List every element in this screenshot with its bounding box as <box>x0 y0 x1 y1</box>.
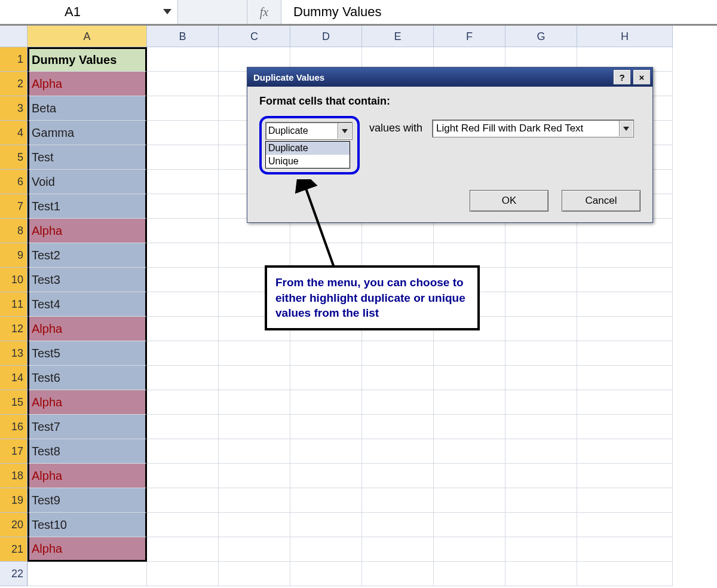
cell-E9[interactable] <box>362 243 434 268</box>
row-header-22[interactable]: 22 <box>0 562 27 586</box>
cell-A2[interactable]: Alpha <box>27 72 147 96</box>
name-box[interactable]: A1 <box>0 0 178 24</box>
cell-G12[interactable] <box>505 317 577 341</box>
cell-A22[interactable] <box>27 562 147 586</box>
cell-C19[interactable] <box>219 488 290 513</box>
cell-B14[interactable] <box>147 366 219 390</box>
cell-B1[interactable] <box>147 47 219 72</box>
cell-A3[interactable]: Beta <box>27 96 147 121</box>
cell-H22[interactable] <box>577 562 673 586</box>
cell-F14[interactable] <box>434 366 505 390</box>
cell-G21[interactable] <box>505 537 577 562</box>
row-header-10[interactable]: 10 <box>0 268 27 292</box>
cell-G11[interactable] <box>505 292 577 317</box>
cell-H14[interactable] <box>577 366 673 390</box>
cell-B19[interactable] <box>147 488 219 513</box>
formula-input[interactable]: Dummy Values <box>281 0 717 24</box>
format-dropdown[interactable]: Light Red Fill with Dark Red Text <box>432 120 634 137</box>
cell-D22[interactable] <box>290 562 362 586</box>
cell-E16[interactable] <box>362 415 434 439</box>
cell-H9[interactable] <box>577 243 673 268</box>
row-header-16[interactable]: 16 <box>0 415 27 439</box>
cell-H13[interactable] <box>577 341 673 366</box>
cell-D18[interactable] <box>290 464 362 488</box>
cell-A12[interactable]: Alpha <box>27 317 147 341</box>
cell-D14[interactable] <box>290 366 362 390</box>
cell-B15[interactable] <box>147 390 219 415</box>
cell-A8[interactable]: Alpha <box>27 219 147 243</box>
cell-C22[interactable] <box>219 562 290 586</box>
cell-C9[interactable] <box>219 243 290 268</box>
cell-C14[interactable] <box>219 366 290 390</box>
cell-G22[interactable] <box>505 562 577 586</box>
cell-B21[interactable] <box>147 537 219 562</box>
cell-F17[interactable] <box>434 439 505 464</box>
cell-E14[interactable] <box>362 366 434 390</box>
cell-B13[interactable] <box>147 341 219 366</box>
cell-A11[interactable]: Test4 <box>27 292 147 317</box>
cell-E21[interactable] <box>362 537 434 562</box>
cell-G15[interactable] <box>505 390 577 415</box>
cell-A5[interactable]: Test <box>27 145 147 170</box>
cell-B8[interactable] <box>147 219 219 243</box>
cell-C16[interactable] <box>219 415 290 439</box>
cell-A14[interactable]: Test6 <box>27 366 147 390</box>
condition-dropdown-list[interactable]: DuplicateUnique <box>265 141 350 169</box>
cell-G13[interactable] <box>505 341 577 366</box>
cell-F9[interactable] <box>434 243 505 268</box>
cell-G17[interactable] <box>505 439 577 464</box>
cell-B6[interactable] <box>147 170 219 194</box>
cell-G10[interactable] <box>505 268 577 292</box>
cell-G16[interactable] <box>505 415 577 439</box>
cell-G20[interactable] <box>505 513 577 537</box>
cell-H10[interactable] <box>577 268 673 292</box>
condition-option-unique[interactable]: Unique <box>266 155 350 168</box>
cell-A16[interactable]: Test7 <box>27 415 147 439</box>
cell-B9[interactable] <box>147 243 219 268</box>
row-header-12[interactable]: 12 <box>0 317 27 341</box>
cell-D16[interactable] <box>290 415 362 439</box>
row-header-13[interactable]: 13 <box>0 341 27 366</box>
column-header-A[interactable]: A <box>27 26 147 47</box>
dropdown-button-icon[interactable] <box>619 121 633 136</box>
cell-G18[interactable] <box>505 464 577 488</box>
column-header-F[interactable]: F <box>434 26 505 47</box>
cell-A13[interactable]: Test5 <box>27 341 147 366</box>
cell-A1[interactable]: Dummy Values <box>27 47 147 72</box>
cell-D13[interactable] <box>290 341 362 366</box>
cell-B18[interactable] <box>147 464 219 488</box>
cell-H19[interactable] <box>577 488 673 513</box>
row-header-6[interactable]: 6 <box>0 170 27 194</box>
row-header-17[interactable]: 17 <box>0 439 27 464</box>
row-header-9[interactable]: 9 <box>0 243 27 268</box>
column-header-H[interactable]: H <box>577 26 673 47</box>
cell-F20[interactable] <box>434 513 505 537</box>
cell-D21[interactable] <box>290 537 362 562</box>
select-all-corner[interactable] <box>0 26 27 47</box>
row-header-14[interactable]: 14 <box>0 366 27 390</box>
row-header-19[interactable]: 19 <box>0 488 27 513</box>
cell-A19[interactable]: Test9 <box>27 488 147 513</box>
cell-F15[interactable] <box>434 390 505 415</box>
cell-A20[interactable]: Test10 <box>27 513 147 537</box>
cell-G14[interactable] <box>505 366 577 390</box>
row-header-3[interactable]: 3 <box>0 96 27 121</box>
cell-A6[interactable]: Void <box>27 170 147 194</box>
cell-F19[interactable] <box>434 488 505 513</box>
row-header-2[interactable]: 2 <box>0 72 27 96</box>
cell-A17[interactable]: Test8 <box>27 439 147 464</box>
cancel-button[interactable]: Cancel <box>562 190 641 212</box>
condition-option-duplicate[interactable]: Duplicate <box>266 142 350 155</box>
row-header-8[interactable]: 8 <box>0 219 27 243</box>
close-button[interactable]: × <box>633 69 651 85</box>
cell-B22[interactable] <box>147 562 219 586</box>
dialog-titlebar[interactable]: Duplicate Values ? × <box>247 68 652 87</box>
column-header-G[interactable]: G <box>505 26 577 47</box>
column-header-D[interactable]: D <box>290 26 362 47</box>
cell-B12[interactable] <box>147 317 219 341</box>
help-button[interactable]: ? <box>613 69 631 85</box>
cell-F22[interactable] <box>434 562 505 586</box>
cell-B5[interactable] <box>147 145 219 170</box>
cell-C17[interactable] <box>219 439 290 464</box>
column-header-E[interactable]: E <box>362 26 434 47</box>
